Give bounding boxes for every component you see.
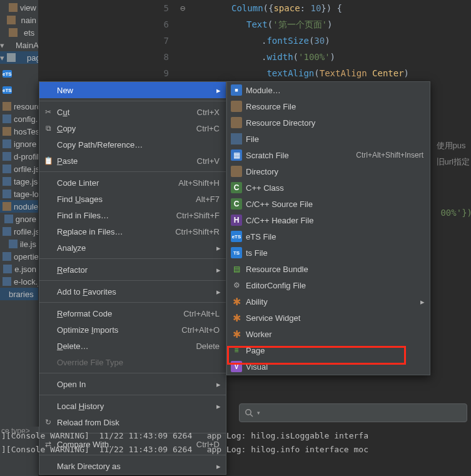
ets-icon: TS bbox=[231, 247, 242, 258]
search-input[interactable]: ▾ bbox=[239, 403, 467, 422]
tree-item[interactable]: ▾pages bbox=[0, 51, 39, 64]
tree-item[interactable]: view bbox=[0, 1, 39, 14]
tree-item[interactable]: e.json bbox=[0, 263, 39, 275]
submenu-item-worker[interactable]: ✱Worker bbox=[227, 326, 430, 342]
submenu-item-module[interactable]: ■Module… bbox=[227, 82, 430, 98]
submenu-item-visual[interactable]: VVisual bbox=[227, 358, 430, 375]
tree-item[interactable]: nain bbox=[0, 14, 39, 26]
menu-item-new[interactable]: New▸ bbox=[39, 82, 226, 98]
submenu-item-resource-directory[interactable]: Resource Directory bbox=[227, 114, 430, 131]
tree-item[interactable]: eTSa bbox=[0, 68, 39, 80]
menu-item-replace-in-files[interactable]: Replace in Files…Ctrl+Shift+R bbox=[39, 223, 226, 240]
chevron-right-icon: ▸ bbox=[420, 297, 425, 306]
submenu-item-page[interactable]: ≡Page bbox=[227, 342, 430, 358]
tree-item[interactable]: tage.json bbox=[0, 175, 39, 188]
submenu-item-resource-bundle[interactable]: ▤Resource Bundle bbox=[227, 261, 430, 277]
menu-item-reformat-code[interactable]: Reformat CodeCtrl+Alt+L bbox=[39, 305, 226, 322]
tree-item-label: operties bbox=[14, 252, 39, 261]
console-output[interactable]: ][Console WARNING] 11/22 11:43:09 6264 a… bbox=[0, 429, 471, 457]
menu-item-label: Cut bbox=[57, 108, 69, 117]
code-line[interactable]: .width('100%') bbox=[194, 49, 409, 65]
menu-item-label: Paste bbox=[57, 156, 78, 166]
menu-item-label: Mark Directory as bbox=[57, 462, 121, 471]
menu-separator bbox=[39, 101, 226, 101]
menu-item-cut[interactable]: ✂CutCtrl+X bbox=[39, 104, 226, 120]
menu-item-copy-path-reference[interactable]: Copy Path/Reference… bbox=[39, 136, 226, 153]
tree-item-label: gnore bbox=[16, 215, 36, 224]
tree-item[interactable]: d-profile. bbox=[0, 150, 39, 163]
menu-item-reload-from-disk[interactable]: ↻Reload from Disk bbox=[39, 414, 226, 430]
menu-item-find-usages[interactable]: Find UsagesAlt+F7 bbox=[39, 191, 226, 207]
submenu-item-resource-file[interactable]: Resource File bbox=[227, 98, 430, 114]
tree-item[interactable]: braries bbox=[0, 288, 39, 300]
star-icon: ✱ bbox=[231, 312, 242, 323]
tree-item[interactable]: orfile.js bbox=[0, 163, 39, 175]
submenu-item-label: Resource Bundle bbox=[246, 265, 308, 274]
tree-item[interactable]: resourc bbox=[0, 100, 39, 113]
svg-point-0 bbox=[246, 410, 251, 415]
hint-overlay: 使用pus 旧url指定 bbox=[437, 138, 470, 170]
console-line: ][Console WARNING] 11/22 11:43:09 6264 a… bbox=[1, 443, 471, 457]
submenu-item-editorconfig-file[interactable]: ⚙EditorConfig File bbox=[227, 277, 430, 293]
tree-item[interactable]: ignore bbox=[0, 138, 39, 150]
menu-item-label: Optimize Imports bbox=[57, 325, 118, 335]
new-submenu[interactable]: ■Module…Resource FileResource DirectoryF… bbox=[226, 81, 430, 375]
menu-item-open-in[interactable]: Open In▸ bbox=[39, 376, 226, 392]
menu-item-copy[interactable]: ⧉CopyCtrl+C bbox=[39, 120, 226, 136]
tree-item[interactable]: tage-lock. bbox=[0, 188, 39, 200]
code-line[interactable]: .fontSize(30) bbox=[194, 33, 409, 49]
code-line[interactable]: textAlign(TextAlign Center) bbox=[194, 65, 409, 81]
submenu-item-c-c-source-file[interactable]: CC/C++ Source File bbox=[227, 196, 430, 212]
menu-shortcut: Ctrl+Alt+O bbox=[181, 325, 220, 335]
menu-item-mark-directory-as[interactable]: Mark Directory as▸ bbox=[39, 458, 226, 474]
tree-item[interactable]: gnore bbox=[0, 213, 39, 225]
menu-separator bbox=[39, 280, 226, 281]
menu-item-label: Replace in Files… bbox=[57, 227, 123, 236]
menu-item-refactor[interactable]: Refactor▸ bbox=[39, 261, 226, 278]
code-line[interactable]: Column({space: 10}) { bbox=[194, 0, 409, 16]
submenu-item-ts-file[interactable]: TSts File bbox=[227, 245, 430, 261]
submenu-item-c-c-header-file[interactable]: HC/C++ Header File bbox=[227, 212, 430, 228]
menu-item-code-linter[interactable]: Code LinterAlt+Shift+H bbox=[39, 175, 226, 191]
file-icon bbox=[3, 227, 11, 236]
tree-item[interactable]: e-lock.jso bbox=[0, 275, 39, 288]
menu-item-optimize-imports[interactable]: Optimize ImportsCtrl+Alt+O bbox=[39, 322, 226, 338]
tree-item[interactable]: rofile.json bbox=[0, 225, 39, 238]
submenu-item-directory[interactable]: Directory bbox=[227, 163, 430, 180]
tree-item[interactable]: nodules bbox=[0, 200, 39, 213]
menu-item-analyze[interactable]: Analyze▸ bbox=[39, 240, 226, 256]
context-menu[interactable]: New▸✂CutCtrl+X⧉CopyCtrl+CCopy Path/Refer… bbox=[39, 81, 226, 475]
tree-item[interactable]: ▾MainAbility bbox=[0, 39, 39, 51]
submenu-item-service-widget[interactable]: ✱Service Widget bbox=[227, 310, 430, 326]
submenu-item-ets-file[interactable]: eTSeTS File bbox=[227, 228, 430, 245]
menu-item-find-in-files[interactable]: Find in Files…Ctrl+Shift+F bbox=[39, 207, 226, 223]
file-icon bbox=[231, 133, 242, 144]
tree-item[interactable]: ets bbox=[0, 26, 39, 39]
menu-item-paste[interactable]: 📋PasteCtrl+V bbox=[39, 153, 226, 169]
menu-item-local-history[interactable]: Local History▸ bbox=[39, 398, 226, 414]
tree-item[interactable]: operties bbox=[0, 250, 39, 263]
submenu-item-scratch-file[interactable]: ▦Scratch FileCtrl+Alt+Shift+Insert bbox=[227, 147, 430, 163]
search-dropdown-icon[interactable]: ▾ bbox=[257, 410, 260, 416]
submenu-item-c-class[interactable]: CC++ Class bbox=[227, 180, 430, 196]
code-lines[interactable]: Column({space: 10}) {Text('第一个页面').fontS… bbox=[194, 0, 409, 81]
tree-item[interactable]: config. bbox=[0, 113, 39, 125]
tree-item[interactable]: ile.js bbox=[0, 238, 39, 250]
line-number: 6 bbox=[149, 16, 169, 33]
cut-icon: ✂ bbox=[43, 107, 53, 117]
tree-item[interactable]: eTSa bbox=[0, 84, 39, 96]
class-h-icon: H bbox=[231, 215, 242, 226]
submenu-item-file[interactable]: File bbox=[227, 131, 430, 147]
menu-item-add-to-favorites[interactable]: Add to Favorites▸ bbox=[39, 283, 226, 300]
project-tree[interactable]: viewnainets▾MainAbility▾pageseTSaeTSares… bbox=[0, 0, 39, 476]
menu-item-label: New bbox=[57, 86, 73, 95]
menu-item-label: Reload from Disk bbox=[57, 418, 119, 427]
folder-icon bbox=[3, 127, 11, 136]
submenu-item-ability[interactable]: ✱Ability▸ bbox=[227, 293, 430, 310]
file-icon bbox=[3, 252, 11, 261]
tree-item-label: tage.json bbox=[14, 177, 39, 186]
gutter-glyph-column: ⊖ bbox=[174, 0, 191, 81]
code-line[interactable]: Text('第一个页面') bbox=[194, 16, 409, 33]
menu-item-delete[interactable]: Delete…Delete bbox=[39, 338, 226, 354]
tree-item[interactable]: hosTest bbox=[0, 125, 39, 138]
